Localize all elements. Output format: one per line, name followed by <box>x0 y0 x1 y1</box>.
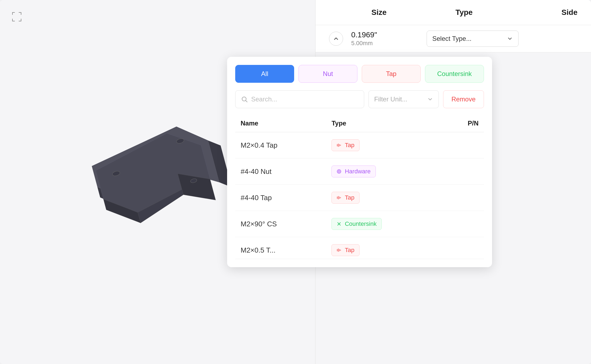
items-table: Name Type P/N M2×0.4 Tap Tap #4-40 Nut H… <box>235 115 484 259</box>
table-row[interactable]: M2×90° CS Countersink <box>235 211 484 237</box>
chevron-down-icon <box>427 96 433 102</box>
row-pn <box>443 132 484 158</box>
filter-tabs: All Nut Tap Countersink <box>235 65 484 83</box>
size-metric: 5.00mm <box>351 40 427 47</box>
col-header-name: Name <box>235 115 326 132</box>
chevron-up-button[interactable] <box>329 32 343 46</box>
expand-icon[interactable] <box>11 11 23 23</box>
row-type: Countersink <box>326 211 443 237</box>
row-name: #4-40 Tap <box>235 185 326 211</box>
svg-rect-25 <box>338 249 339 252</box>
select-type-label: Select Type... <box>432 35 472 42</box>
svg-rect-24 <box>337 249 338 251</box>
svg-point-11 <box>242 97 246 101</box>
col-header-pn: P/N <box>443 115 484 132</box>
svg-rect-26 <box>339 249 340 251</box>
row-type: Hardware <box>326 158 443 185</box>
filter-unit-dropdown[interactable]: Filter Unit... <box>368 90 439 108</box>
svg-rect-21 <box>338 196 339 199</box>
tab-nut[interactable]: Nut <box>298 65 357 83</box>
size-values: 0.1969" 5.00mm <box>348 31 427 47</box>
search-icon <box>241 96 248 103</box>
table-row[interactable]: M2×0.4 Tap Tap <box>235 132 484 158</box>
filter-unit-label: Filter Unit... <box>374 95 407 103</box>
select-type-area: Select Type... <box>427 31 577 47</box>
tab-all[interactable]: All <box>235 65 294 83</box>
row-name: M2×0.4 Tap <box>235 132 326 158</box>
search-input[interactable] <box>251 95 358 103</box>
svg-rect-27 <box>340 250 341 251</box>
row-pn <box>443 211 484 237</box>
svg-rect-15 <box>339 144 340 146</box>
row-type: Tap <box>326 185 443 211</box>
row-pn <box>443 158 484 185</box>
svg-rect-20 <box>337 197 338 199</box>
row-type: Tap <box>326 237 443 259</box>
svg-rect-22 <box>339 197 340 199</box>
remove-button[interactable]: Remove <box>443 90 484 108</box>
row-type: Tap <box>326 132 443 158</box>
svg-rect-16 <box>340 145 341 146</box>
row-pn <box>443 185 484 211</box>
table-header-row: Name Type P/N <box>235 115 484 132</box>
svg-rect-23 <box>340 197 341 198</box>
svg-point-19 <box>339 171 340 172</box>
row-name: #4-40 Nut <box>235 158 326 185</box>
table-row[interactable]: #4-40 Tap Tap <box>235 185 484 211</box>
header-type: Type <box>407 8 521 17</box>
column-headers: Size Type Side <box>316 0 591 25</box>
row-name: M2×0.5 T... <box>235 237 326 259</box>
tab-countersink[interactable]: Countersink <box>425 65 484 83</box>
header-size: Size <box>351 8 407 17</box>
row-pn <box>443 237 484 259</box>
table-row[interactable]: M2×0.5 T... Tap <box>235 237 484 259</box>
type-selector-dropdown: All Nut Tap Countersink Filter Unit... R… <box>227 57 492 267</box>
size-row: 0.1969" 5.00mm Select Type... <box>316 25 591 52</box>
svg-line-12 <box>246 101 247 102</box>
svg-rect-13 <box>337 144 338 146</box>
search-input-wrap <box>235 90 364 108</box>
main-container: Size Type Side 0.1969" 5.00mm Select Typ… <box>0 0 591 364</box>
svg-rect-14 <box>338 144 339 147</box>
table-row[interactable]: #4-40 Nut Hardware <box>235 158 484 185</box>
tab-tap[interactable]: Tap <box>362 65 421 83</box>
row-name: M2×90° CS <box>235 211 326 237</box>
col-header-type: Type <box>326 115 443 132</box>
header-side: Side <box>521 8 577 17</box>
select-type-dropdown[interactable]: Select Type... <box>427 31 519 47</box>
search-row: Filter Unit... Remove <box>235 90 484 108</box>
size-imperial: 0.1969" <box>351 31 427 39</box>
